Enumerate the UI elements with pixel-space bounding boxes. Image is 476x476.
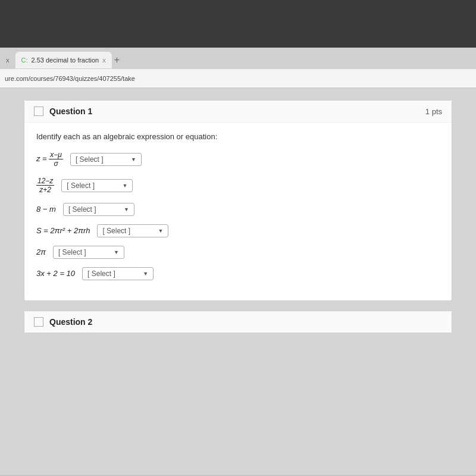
question1-header-left: Question 1 [34,107,92,116]
tab-bar: x C: 2.53 decimal to fraction x + [0,48,476,69]
select-label-6: [ Select ] [87,270,115,278]
dropdown-arrow-3: ▼ [124,206,129,212]
fraction-2: 12−z z+2 [36,177,54,195]
expr-3: 8 − m [36,205,56,214]
fraction-numerator-2: 12−z [36,177,54,186]
dropdown-arrow-1: ▼ [131,156,136,162]
address-text: ure.com/courses/76943/quizzes/407255/tak… [5,75,135,82]
question1-pts: 1 pts [425,107,442,116]
tab-label: 2.53 decimal to fraction [32,57,99,64]
page-content: Question 1 1 pts Identify each as an alg… [0,88,476,475]
dropdown-arrow-2: ▼ [122,183,127,189]
question1-title: Question 1 [49,107,92,116]
dropdown-arrow-4: ▼ [158,228,164,234]
tab-icon: C: [21,57,28,64]
question2-title: Question 2 [49,317,92,327]
question2-card: Question 2 [24,311,452,333]
new-tab-button[interactable]: + [114,55,120,65]
expr-4: S = 2πr² + 2πrh [36,226,90,235]
question2-header-left: Question 2 [34,317,92,327]
fraction-1: x−μ σ [49,151,63,168]
expr-2: 12−z z+2 [36,177,54,195]
expression-row-6: 3x + 2 = 10 [ Select ] ▼ [36,267,440,280]
select-dropdown-3[interactable]: [ Select ] ▼ [63,203,134,216]
question1-header: Question 1 1 pts [24,101,452,123]
browser-chrome: x C: 2.53 decimal to fraction x + ure.co… [0,48,476,88]
select-dropdown-4[interactable]: [ Select ] ▼ [97,224,168,237]
question1-instruction: Identify each as an algebraic expression… [36,132,440,141]
select-label-1: [ Select ] [76,155,104,164]
tab-close-button[interactable]: x [102,57,106,64]
window-top-bar [0,0,476,48]
select-label-4: [ Select ] [102,227,130,235]
browser-tab[interactable]: C: 2.53 decimal to fraction x [15,52,112,68]
expr-6: 3x + 2 = 10 [36,269,75,278]
expression-row-5: 2π [ Select ] ▼ [36,246,440,259]
select-label-3: [ Select ] [68,205,96,214]
select-label-2: [ Select ] [67,181,95,190]
dropdown-arrow-6: ▼ [143,271,148,277]
select-dropdown-2[interactable]: [ Select ] ▼ [61,179,133,192]
select-label-5: [ Select ] [58,248,86,256]
question1-body: Identify each as an algebraic expression… [24,123,452,300]
expression-row-4: S = 2πr² + 2πrh [ Select ] ▼ [36,224,440,237]
expr-5: 2π [36,248,46,256]
expression-row-1: z = x−μ σ [ Select ] ▼ [36,151,440,168]
fraction-numerator-1: x−μ [49,151,63,159]
tab-close-left[interactable]: x [4,55,12,65]
question1-checkbox[interactable] [34,107,43,116]
question1-card: Question 1 1 pts Identify each as an alg… [24,100,452,301]
fraction-denominator-1: σ [53,159,60,168]
expr-1: z = x−μ σ [36,151,63,168]
address-bar[interactable]: ure.com/courses/76943/quizzes/407255/tak… [0,69,476,88]
select-dropdown-1[interactable]: [ Select ] ▼ [70,153,142,166]
select-dropdown-6[interactable]: [ Select ] ▼ [82,267,154,280]
dropdown-arrow-5: ▼ [114,249,119,255]
fraction-denominator-2: z+2 [38,186,52,194]
expression-row-3: 8 − m [ Select ] ▼ [36,203,440,216]
question2-header: Question 2 [24,311,452,333]
question2-checkbox[interactable] [34,317,43,327]
expression-row-2: 12−z z+2 [ Select ] ▼ [36,177,440,195]
select-dropdown-5[interactable]: [ Select ] ▼ [53,246,124,259]
